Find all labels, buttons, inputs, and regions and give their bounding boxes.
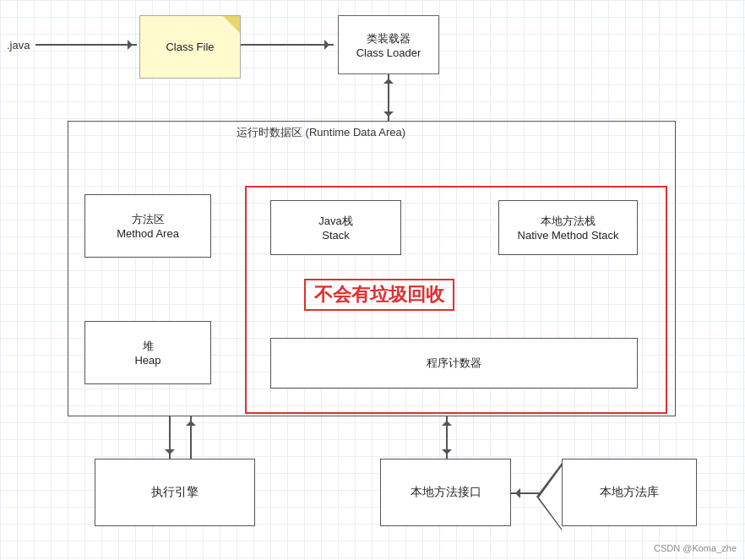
arrow-classloader-to-runtime	[388, 74, 389, 121]
program-counter-box: 程序计数器	[270, 338, 638, 389]
runtime-label: 运行时数据区 (Runtime Data Area)	[237, 125, 405, 140]
java-stack-box: Java栈 Stack	[270, 200, 401, 255]
arrow-java-to-classfile	[35, 44, 137, 46]
arrow-classfile-to-classloader	[241, 44, 334, 46]
java-label: .java	[7, 39, 30, 52]
arrow-runtime-to-native-interface	[446, 416, 448, 459]
heap-label1: 堆	[143, 339, 154, 354]
native-lib-arrow-inner	[539, 466, 562, 529]
diagram: .java Class File 类装载器 Class Loader 运行时数据…	[0, 0, 745, 560]
native-method-stack-box: 本地方法栈 Native Method Stack	[498, 200, 638, 255]
native-stack-label2: Native Method Stack	[518, 229, 619, 242]
heap-label2: Heap	[134, 354, 160, 367]
native-stack-label1: 本地方法栈	[541, 214, 595, 229]
heap-box: 堆 Heap	[84, 321, 211, 384]
native-interface-label: 本地方法接口	[411, 485, 481, 500]
class-loader-label1: 类装载器	[367, 31, 411, 46]
watermark: CSDN @Koma_zhe	[654, 543, 737, 553]
java-stack-label1: Java栈	[318, 214, 352, 229]
no-gc-label: 不会有垃圾回收	[304, 279, 454, 311]
class-loader-box: 类装载器 Class Loader	[338, 15, 439, 74]
method-area-label2: Method Area	[117, 227, 179, 240]
program-counter-label: 程序计数器	[427, 356, 481, 371]
exec-engine-box: 执行引擎	[95, 459, 255, 526]
method-area-label1: 方法区	[132, 212, 165, 227]
exec-engine-label: 执行引擎	[151, 485, 198, 500]
java-stack-label2: Stack	[322, 229, 350, 242]
arrow-exec-to-runtime	[190, 416, 192, 459]
native-lib-label: 本地方法库	[600, 485, 659, 500]
class-loader-label2: Class Loader	[356, 46, 421, 59]
method-area-box: 方法区 Method Area	[84, 194, 211, 258]
native-interface-box: 本地方法接口	[380, 459, 511, 526]
arrow-runtime-to-exec	[169, 416, 171, 459]
class-file-label: Class File	[166, 41, 214, 53]
native-lib-box: 本地方法库	[562, 459, 697, 526]
class-file-box: Class File	[139, 15, 241, 79]
